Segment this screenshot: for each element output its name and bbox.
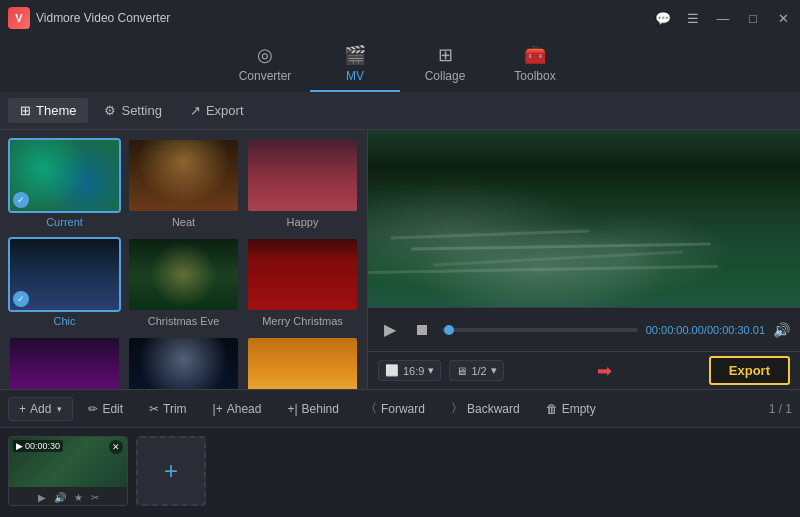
- sub-toolbar: ⊞ Theme ⚙ Setting ↗ Export: [0, 92, 800, 130]
- behind-button[interactable]: +| Behind: [276, 397, 350, 421]
- theme-image-happy: [248, 140, 357, 211]
- theme-thumb-merry-christmas: [246, 237, 359, 312]
- sub-tab-theme[interactable]: ⊞ Theme: [8, 98, 88, 123]
- clip-thumbnail: ▶ 00:00:30 ✕: [9, 437, 127, 487]
- play-button[interactable]: ▶: [378, 318, 402, 342]
- video-frame: [368, 130, 800, 307]
- tab-converter[interactable]: ◎ Converter: [220, 40, 310, 92]
- empty-label: Empty: [562, 402, 596, 416]
- sub-tab-export[interactable]: ↗ Export: [178, 98, 256, 123]
- arrow-indicator: ➡: [597, 360, 612, 382]
- add-clip-button[interactable]: +: [136, 436, 206, 506]
- nav-bar: ◎ Converter 🎬 MV ⊞ Collage 🧰 Toolbox: [0, 36, 800, 92]
- title-bar-left: V Vidmore Video Converter: [8, 7, 170, 29]
- aspect-ratio-value: 16:9: [403, 365, 424, 377]
- forward-button[interactable]: 〈 Forward: [354, 395, 436, 422]
- tab-converter-label: Converter: [239, 69, 292, 83]
- theme-check-current: ✓: [13, 192, 29, 208]
- timeline-area: ▶ 00:00:30 ✕ ▶ 🔊 ★ ✂ +: [0, 427, 800, 517]
- theme-item-christmas-eve[interactable]: Christmas Eve: [127, 237, 240, 330]
- timeline-clip[interactable]: ▶ 00:00:30 ✕ ▶ 🔊 ★ ✂: [8, 436, 128, 506]
- edit-icon: ✏: [88, 402, 98, 416]
- backward-button[interactable]: 〉 Backward: [440, 395, 531, 422]
- progress-bar[interactable]: [442, 328, 638, 332]
- minimize-button[interactable]: —: [714, 9, 732, 27]
- bottom-toolbar: + Add ▾ ✏ Edit ✂ Trim |+ Ahead +| Behind…: [0, 389, 800, 427]
- aspect-ratio-icon: ⬜: [385, 364, 399, 377]
- title-bar-title: Vidmore Video Converter: [36, 11, 170, 25]
- page-indicator: 1 / 1: [769, 402, 792, 416]
- time-display: 00:00:00.00/00:00:30.01: [646, 324, 765, 336]
- toolbox-icon: 🧰: [524, 44, 546, 66]
- sub-tab-setting[interactable]: ⚙ Setting: [92, 98, 173, 123]
- theme-item-snowy-night[interactable]: Snowy Night: [127, 336, 240, 389]
- menu-icon[interactable]: ☰: [684, 9, 702, 27]
- add-dropdown-icon: ▾: [57, 404, 62, 414]
- video-controls-bar: ▶ ⏹ 00:00:00.00/00:00:30.01 🔊: [368, 307, 800, 351]
- sub-tab-theme-label: Theme: [36, 103, 76, 118]
- theme-label-current: Current: [8, 216, 121, 231]
- theme-thumb-santa-claus: [8, 336, 121, 389]
- empty-icon: 🗑: [546, 402, 558, 416]
- forward-label: Forward: [381, 402, 425, 416]
- clip-scissors-icon[interactable]: ✂: [91, 492, 99, 503]
- theme-label-chic: Chic: [8, 315, 121, 330]
- progress-handle[interactable]: [444, 325, 454, 335]
- empty-button[interactable]: 🗑 Empty: [535, 397, 607, 421]
- sub-tab-setting-label: Setting: [121, 103, 161, 118]
- theme-item-merry-christmas[interactable]: Merry Christmas: [246, 237, 359, 330]
- clip-video-icon: ▶: [16, 441, 23, 451]
- chat-icon[interactable]: 💬: [654, 9, 672, 27]
- theme-thumb-happy: [246, 138, 359, 213]
- aspect-ratio-select[interactable]: ⬜ 16:9 ▾: [378, 360, 441, 381]
- close-button[interactable]: ✕: [774, 9, 792, 27]
- mv-icon: 🎬: [344, 44, 366, 66]
- clip-play-icon[interactable]: ▶: [38, 492, 46, 503]
- behind-label: Behind: [302, 402, 339, 416]
- theme-item-santa-claus[interactable]: Santa Claus: [8, 336, 121, 389]
- tab-toolbox[interactable]: 🧰 Toolbox: [490, 40, 580, 92]
- theme-item-stripes-waves[interactable]: Stripes & Waves: [246, 336, 359, 389]
- aspect-ratio-dropdown-icon: ▾: [428, 364, 434, 377]
- ahead-label: Ahead: [227, 402, 262, 416]
- tab-mv-label: MV: [346, 69, 364, 83]
- theme-label-merry-christmas: Merry Christmas: [246, 315, 359, 330]
- quality-icon: 🖥: [456, 365, 467, 377]
- theme-item-current[interactable]: ✓ Current: [8, 138, 121, 231]
- stop-button[interactable]: ⏹: [410, 318, 434, 342]
- theme-image-christmas-eve: [129, 239, 238, 310]
- theme-thumb-neat: [127, 138, 240, 213]
- theme-thumb-current: ✓: [8, 138, 121, 213]
- add-button[interactable]: + Add ▾: [8, 397, 73, 421]
- theme-thumb-chic: ✓: [8, 237, 121, 312]
- ahead-icon: |+: [213, 402, 223, 416]
- add-icon: +: [19, 402, 26, 416]
- tab-mv[interactable]: 🎬 MV: [310, 40, 400, 92]
- theme-item-chic[interactable]: ✓ Chic: [8, 237, 121, 330]
- quality-value: 1/2: [471, 365, 486, 377]
- ahead-button[interactable]: |+ Ahead: [202, 397, 273, 421]
- trim-button[interactable]: ✂ Trim: [138, 397, 198, 421]
- video-footer-bar: ⬜ 16:9 ▾ 🖥 1/2 ▾ ➡ Export: [368, 351, 800, 389]
- quality-dropdown-icon: ▾: [491, 364, 497, 377]
- converter-icon: ◎: [257, 44, 273, 66]
- theme-image-santa-claus: [10, 338, 119, 389]
- edit-button[interactable]: ✏ Edit: [77, 397, 134, 421]
- theme-grid: ✓ Current Neat Happy: [8, 138, 359, 389]
- export-button[interactable]: Export: [709, 356, 790, 385]
- theme-item-happy[interactable]: Happy: [246, 138, 359, 231]
- video-preview[interactable]: [368, 130, 800, 307]
- clip-volume-icon[interactable]: 🔊: [54, 492, 66, 503]
- theme-item-neat[interactable]: Neat: [127, 138, 240, 231]
- quality-select[interactable]: 🖥 1/2 ▾: [449, 360, 503, 381]
- tab-collage[interactable]: ⊞ Collage: [400, 40, 490, 92]
- theme-grid-icon: ⊞: [20, 103, 31, 118]
- maximize-button[interactable]: □: [744, 9, 762, 27]
- volume-button[interactable]: 🔊: [773, 322, 790, 338]
- theme-thumb-stripes-waves: [246, 336, 359, 389]
- clip-star-icon[interactable]: ★: [74, 492, 83, 503]
- tab-toolbox-label: Toolbox: [514, 69, 555, 83]
- theme-image-merry-christmas: [248, 239, 357, 310]
- clip-close-button[interactable]: ✕: [109, 440, 123, 454]
- preview-area: ▶ ⏹ 00:00:00.00/00:00:30.01 🔊 ⬜ 16:9 ▾ 🖥…: [368, 130, 800, 389]
